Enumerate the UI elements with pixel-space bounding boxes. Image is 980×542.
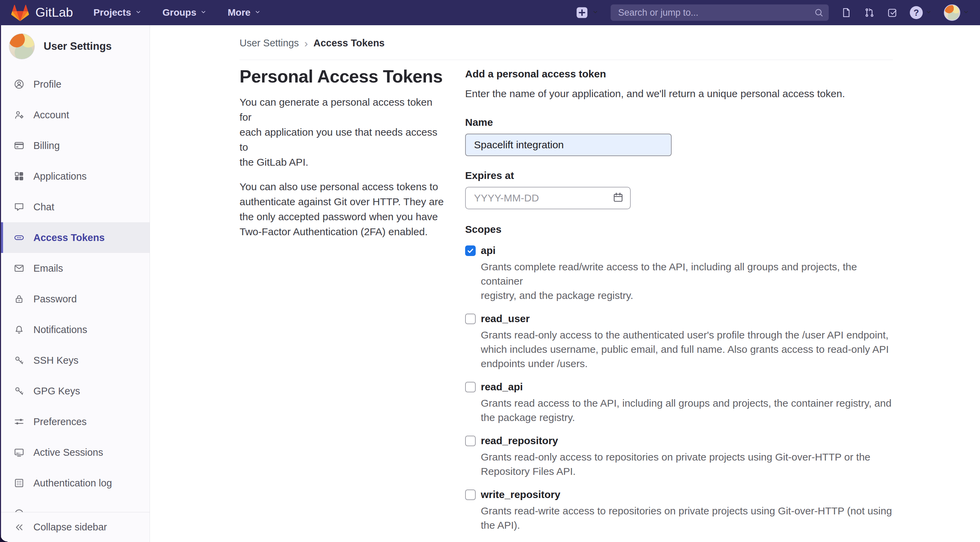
- sidebar-item-emails[interactable]: Emails: [0, 253, 150, 284]
- scope-name: api: [481, 245, 495, 256]
- chevron-down-icon: [592, 8, 599, 17]
- expires-label: Expires at: [465, 170, 631, 181]
- lock-icon: [14, 293, 24, 304]
- search-input[interactable]: [611, 5, 829, 21]
- top-navbar: GitLab Projects Groups More: [0, 0, 980, 25]
- breadcrumb: User Settings › Access Tokens: [240, 38, 893, 49]
- calendar-icon[interactable]: [612, 191, 624, 203]
- gitlab-tanuki-icon: [10, 3, 30, 22]
- scope-description: Grants read-only access to repositories …: [481, 450, 893, 478]
- document-icon[interactable]: [840, 7, 852, 18]
- search-icon: [814, 8, 824, 18]
- nav-menu-label: Groups: [162, 7, 197, 18]
- merge-request-icon[interactable]: [864, 7, 875, 18]
- sidebar-item-label: Chat: [33, 201, 54, 213]
- apps-grid-icon: [14, 171, 24, 182]
- sidebar-item-billing[interactable]: Billing: [0, 130, 150, 161]
- sidebar-item-notifications[interactable]: Notifications: [0, 314, 150, 345]
- scope-checkbox[interactable]: [465, 489, 476, 500]
- new-item-dropdown[interactable]: [575, 6, 599, 19]
- chevron-down-icon: [254, 7, 261, 18]
- scope-description: Grants complete read/write access to the…: [481, 260, 893, 303]
- mail-icon: [14, 263, 24, 274]
- sidebar-item-label: Access Tokens: [33, 232, 105, 243]
- scope-checkbox[interactable]: [465, 382, 476, 392]
- scope-checkbox[interactable]: [465, 314, 476, 324]
- chevron-down-icon: [962, 8, 970, 17]
- sidebar-item-password[interactable]: Password: [0, 284, 150, 314]
- chevron-down-icon: [135, 7, 142, 18]
- breadcrumb-separator: ›: [304, 38, 308, 49]
- collapse-chevrons-icon: [14, 522, 24, 533]
- sidebar-item-label: Emails: [33, 263, 63, 274]
- scope-row-read_user: read_user Grants read-only access to the…: [465, 313, 893, 371]
- sidebar-item-authentication-log[interactable]: Authentication log: [0, 468, 150, 498]
- sidebar-item-chat[interactable]: Chat: [0, 191, 150, 222]
- key-icon: [14, 355, 24, 366]
- key-icon: [14, 386, 24, 397]
- scope-row-read_repository: read_repository Grants read-only access …: [465, 435, 893, 478]
- scope-name: read_api: [481, 381, 523, 393]
- collapse-sidebar-label: Collapse sidebar: [33, 521, 107, 533]
- todo-check-icon[interactable]: [887, 7, 898, 18]
- help-icon: ?: [910, 6, 923, 19]
- scope-name: read_repository: [481, 435, 558, 446]
- form-heading: Add a personal access token: [465, 68, 893, 80]
- scope-description: Grants read-only access to the authentic…: [481, 328, 893, 371]
- scopes-list: api Grants complete read/write access to…: [465, 245, 893, 542]
- sidebar-item-active-sessions[interactable]: Active Sessions: [0, 437, 150, 468]
- sidebar-item-label: Account: [33, 109, 69, 121]
- sidebar-item-label: GPG Keys: [33, 386, 80, 397]
- sidebar-item-label: Authentication log: [33, 478, 112, 489]
- gitlab-logo[interactable]: GitLab: [10, 3, 73, 22]
- nav-menus: Projects Groups More: [93, 7, 261, 18]
- global-search: [611, 5, 829, 21]
- token-name-input[interactable]: [465, 134, 671, 156]
- nav-menu-projects[interactable]: Projects: [93, 7, 142, 18]
- nav-menu-groups[interactable]: Groups: [162, 7, 207, 18]
- main-content: User Settings › Access Tokens Personal A…: [150, 25, 980, 542]
- sidebar-item-label: Password: [33, 293, 77, 305]
- sidebar-item-preferences[interactable]: Preferences: [0, 406, 150, 437]
- nav-menu-more[interactable]: More: [228, 7, 261, 18]
- keypad-icon: [14, 478, 24, 488]
- sidebar-item-ssh-keys[interactable]: SSH Keys: [0, 345, 150, 376]
- expires-at-input[interactable]: [465, 187, 631, 209]
- sidebar-item-gpg-keys[interactable]: GPG Keys: [0, 376, 150, 406]
- sidebar-item-profile[interactable]: Profile: [0, 69, 150, 100]
- scope-checkbox[interactable]: [465, 245, 476, 256]
- form-subheading: Enter the name of your application, and …: [465, 88, 893, 100]
- scope-row-api: api Grants complete read/write access to…: [465, 245, 893, 303]
- sidebar-header: User Settings: [0, 25, 150, 59]
- sidebar-item-label: Billing: [33, 140, 60, 151]
- plus-square-icon: [575, 6, 589, 19]
- scopes-label: Scopes: [465, 224, 893, 235]
- page-description-2: You can also use personal access tokens …: [240, 179, 444, 239]
- sidebar-item-label: Profile: [33, 79, 61, 90]
- check-icon: [467, 247, 474, 254]
- scope-row-write_repository: write_repository Grants read-write acces…: [465, 489, 893, 532]
- settings-sidebar: User Settings Profile Account Billing Ap…: [0, 25, 150, 542]
- sidebar-item-label: Active Sessions: [33, 447, 103, 458]
- sidebar-item-access-tokens[interactable]: Access Tokens: [0, 222, 150, 253]
- collapse-sidebar-button[interactable]: Collapse sidebar: [0, 512, 150, 542]
- chat-icon: [14, 201, 24, 212]
- token-form: Add a personal access token Enter the na…: [465, 66, 893, 542]
- avatar: [944, 5, 960, 21]
- token-icon: [14, 232, 24, 243]
- help-menu[interactable]: ?: [910, 6, 932, 19]
- window-corner: [0, 534, 8, 542]
- user-circle-icon: [14, 79, 24, 90]
- credit-card-icon: [14, 140, 24, 151]
- sidebar-item-account[interactable]: Account: [0, 100, 150, 130]
- page-title: Personal Access Tokens: [240, 66, 444, 86]
- scope-description: Grants read access to the API, including…: [481, 396, 893, 425]
- scope-checkbox[interactable]: [465, 436, 476, 446]
- bell-icon: [14, 324, 24, 335]
- user-menu[interactable]: [944, 5, 970, 21]
- sidebar-item-applications[interactable]: Applications: [0, 161, 150, 191]
- breadcrumb-divider: [240, 60, 893, 60]
- breadcrumb-parent[interactable]: User Settings: [240, 38, 299, 49]
- scope-name: read_user: [481, 313, 530, 325]
- sliders-icon: [14, 416, 24, 427]
